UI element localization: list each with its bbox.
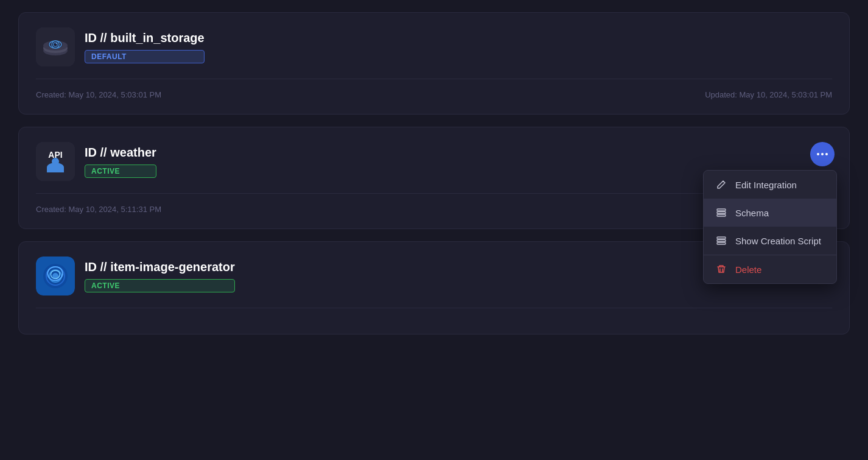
id-value: weather xyxy=(110,146,156,159)
created-text: Created: May 10, 2024, 5:11:31 PM xyxy=(36,205,161,214)
active-badge: ACTIVE xyxy=(85,165,156,178)
delete-label: Delete xyxy=(735,264,761,275)
card-id-text: ID // built_in_storage xyxy=(85,31,205,45)
edit-integration-label: Edit Integration xyxy=(735,180,797,190)
id-value: item-image-generator xyxy=(110,260,235,274)
card-title: ID // built_in_storage DEFAULT xyxy=(85,31,205,63)
card-footer: Created: May 10, 2024, 5:03:01 PM Update… xyxy=(36,90,832,99)
card-title: ID // weather ACTIVE xyxy=(85,146,156,178)
svg-rect-15 xyxy=(717,240,726,242)
generator-icon xyxy=(36,257,75,295)
menu-item-delete[interactable]: Delete xyxy=(704,255,836,283)
card-divider xyxy=(36,79,832,79)
created-text: Created: May 10, 2024, 5:03:01 PM xyxy=(36,90,161,99)
dot-icon xyxy=(825,153,828,155)
card-built-in-storage: ID // built_in_storage DEFAULT Created: … xyxy=(18,12,850,115)
svg-rect-12 xyxy=(717,212,726,214)
menu-item-show-creation-script[interactable]: Show Creation Script xyxy=(704,227,836,255)
dot-icon xyxy=(817,153,819,155)
svg-rect-13 xyxy=(717,214,726,216)
svg-rect-11 xyxy=(717,209,726,211)
storage-icon xyxy=(36,27,75,66)
creation-script-icon xyxy=(716,235,727,246)
show-creation-script-label: Show Creation Script xyxy=(735,236,821,246)
id-value: built_in_storage xyxy=(110,31,204,44)
card-divider xyxy=(36,308,832,308)
svg-rect-14 xyxy=(717,237,726,239)
card-id-text: ID // item-image-generator xyxy=(85,260,235,274)
id-prefix: ID // xyxy=(85,260,110,274)
id-prefix: ID // xyxy=(85,31,110,44)
edit-icon xyxy=(716,179,727,190)
active-badge: ACTIVE xyxy=(85,279,235,292)
schema-icon xyxy=(716,207,727,218)
card-title: ID // item-image-generator ACTIVE xyxy=(85,260,235,292)
card-weather: API ID // weather ACTIVE Ed xyxy=(18,127,850,229)
updated-text: Updated: May 10, 2024, 5:03:01 PM xyxy=(705,90,832,99)
menu-item-schema[interactable]: Schema xyxy=(704,199,836,227)
trash-icon xyxy=(716,264,727,275)
api-person-icon xyxy=(47,163,64,172)
default-badge: DEFAULT xyxy=(85,50,205,63)
context-menu: Edit Integration Schema Sh xyxy=(703,170,837,284)
id-prefix: ID // xyxy=(85,146,110,159)
card-id-text: ID // weather xyxy=(85,146,156,160)
schema-label: Schema xyxy=(735,208,769,218)
svg-rect-16 xyxy=(717,242,726,244)
card-header: ID // built_in_storage DEFAULT xyxy=(36,27,832,66)
menu-item-edit-integration[interactable]: Edit Integration xyxy=(704,171,836,199)
more-options-button[interactable] xyxy=(810,142,835,166)
dot-icon xyxy=(821,153,824,155)
svg-point-10 xyxy=(56,43,57,44)
api-icon: API xyxy=(36,142,75,181)
